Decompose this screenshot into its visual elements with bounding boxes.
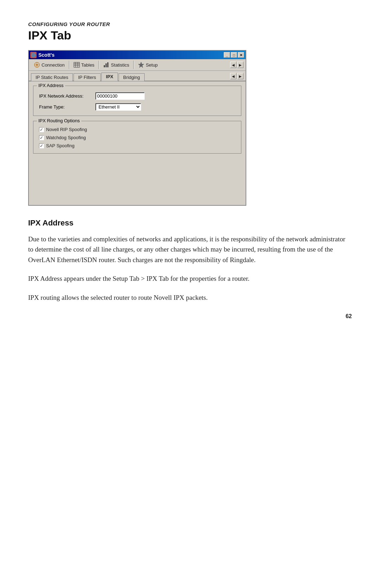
- menu-tables-label: Tables: [81, 62, 95, 68]
- menu-tables[interactable]: Tables: [71, 61, 97, 69]
- tab-ip-filters[interactable]: IP Filters: [74, 73, 101, 81]
- statistics-icon: [103, 62, 109, 68]
- svg-rect-13: [107, 62, 108, 67]
- tab-ipx[interactable]: IPX: [101, 73, 118, 81]
- sap-label: SAP Spoofing: [46, 143, 75, 148]
- nav-right-btn[interactable]: ▶: [237, 62, 243, 68]
- ipx-routing-group-title: IPX Routing Options: [37, 118, 81, 123]
- menu-statistics[interactable]: Statistics: [100, 61, 132, 69]
- menu-connection[interactable]: Connection: [31, 61, 68, 69]
- tab-nav-right: ◀ ▶: [230, 73, 243, 81]
- paragraph-3: IPX routing allows the selected router t…: [28, 292, 352, 303]
- novell-rip-checkbox[interactable]: ✓: [39, 127, 44, 132]
- menu-setup-label: Setup: [146, 62, 158, 68]
- menubar: Connection Tables: [29, 59, 246, 71]
- title-icon: 🌐: [30, 52, 37, 58]
- ipx-address-group-title: IPX Address: [37, 83, 65, 88]
- menu-connection-label: Connection: [42, 62, 65, 68]
- setup-icon: [138, 62, 144, 68]
- watchdog-label: Watchdog Spoofing: [46, 135, 86, 140]
- svg-rect-11: [104, 65, 105, 67]
- checkbox-novell-rip: ✓ Novell RIP Spoofing: [39, 127, 235, 132]
- toolbar-right: ◀ ▶: [230, 62, 243, 68]
- restore-button[interactable]: □: [231, 52, 237, 58]
- dialog-content: IPX Address IPX Network Address: Frame T…: [29, 81, 246, 205]
- menu-setup[interactable]: Setup: [135, 61, 160, 69]
- frame-type-select-wrapper: Ethernet II 802.2 802.3 SNAP: [95, 103, 141, 111]
- separator-3: [133, 61, 134, 69]
- ipx-address-subheading: IPX Address: [28, 218, 352, 228]
- frame-type-select[interactable]: Ethernet II 802.2 802.3 SNAP: [95, 103, 141, 111]
- svg-point-1: [36, 64, 38, 66]
- empty-area: [33, 159, 241, 201]
- separator-1: [69, 61, 69, 69]
- tab-nav-left-btn[interactable]: ◀: [230, 73, 236, 79]
- tabbar: IP Static Routes IP Filters IPX Bridging…: [29, 71, 246, 81]
- tab-nav-right-btn[interactable]: ▶: [237, 73, 243, 79]
- ipx-address-group: IPX Address IPX Network Address: Frame T…: [33, 86, 241, 116]
- checkbox-sap: ✓ SAP Spoofing: [39, 143, 235, 148]
- network-address-row: IPX Network Address:: [39, 92, 235, 100]
- paragraph-2: IPX Address appears under the Setup Tab …: [28, 273, 352, 284]
- frame-type-label: Frame Type:: [39, 104, 92, 110]
- page-number: 62: [28, 313, 352, 320]
- watchdog-checkbox[interactable]: ✓: [39, 135, 44, 140]
- page-title: IPX Tab: [28, 29, 352, 42]
- titlebar: 🌐 Scott's _ □ ✕: [29, 51, 246, 59]
- tab-ip-static-routes[interactable]: IP Static Routes: [31, 73, 73, 81]
- ipx-routing-group: IPX Routing Options ✓ Novell RIP Spoofin…: [33, 121, 241, 154]
- separator-2: [99, 61, 99, 69]
- frame-type-row: Frame Type: Ethernet II 802.2 802.3 SNAP: [39, 103, 235, 111]
- sap-checkbox[interactable]: ✓: [39, 143, 44, 148]
- network-address-label: IPX Network Address:: [39, 93, 92, 99]
- svg-rect-6: [74, 62, 80, 67]
- svg-marker-14: [138, 62, 144, 68]
- tab-bridging[interactable]: Bridging: [119, 73, 145, 81]
- svg-rect-12: [106, 63, 107, 67]
- paragraph-1: Due to the varieties and complexities of…: [28, 234, 352, 265]
- minimize-button[interactable]: _: [224, 52, 230, 58]
- close-button[interactable]: ✕: [238, 52, 244, 58]
- section-label: CONFIGURING YOUR ROUTER: [28, 21, 352, 27]
- tables-icon: [74, 62, 80, 68]
- nav-left-btn[interactable]: ◀: [230, 62, 236, 68]
- checkbox-watchdog: ✓ Watchdog Spoofing: [39, 135, 235, 140]
- connection-icon: [34, 62, 40, 68]
- win-dialog: 🌐 Scott's _ □ ✕ Connection: [28, 50, 246, 206]
- dialog-title: Scott's: [38, 52, 55, 58]
- novell-rip-label: Novell RIP Spoofing: [46, 127, 87, 132]
- menu-statistics-label: Statistics: [111, 62, 129, 68]
- network-address-input[interactable]: [95, 92, 145, 100]
